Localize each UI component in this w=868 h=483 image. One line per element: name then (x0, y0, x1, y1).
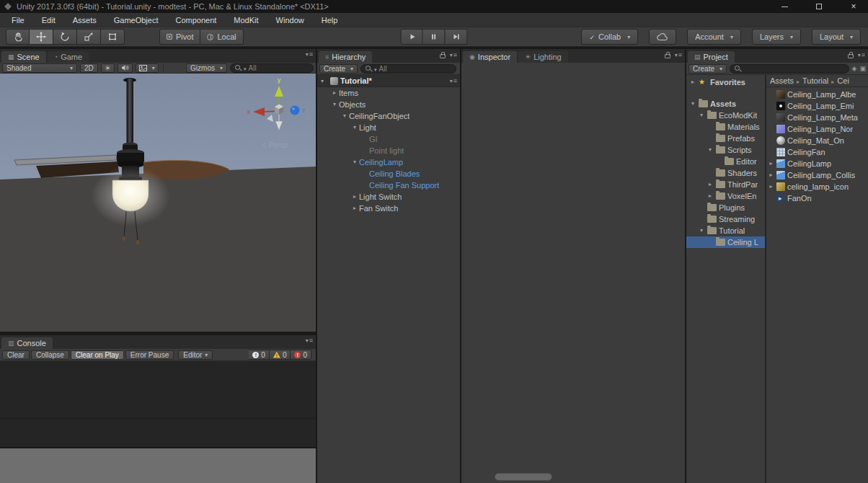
create-dropdown[interactable]: Create (688, 64, 727, 74)
tab[interactable]: Project (688, 51, 735, 63)
panel-menu-icon[interactable] (675, 52, 682, 58)
pause-button[interactable] (423, 29, 446, 45)
collab-button[interactable]: Collab (581, 29, 638, 45)
close-button[interactable] (849, 2, 858, 11)
panel-menu-icon[interactable] (858, 52, 865, 58)
tab[interactable]: Game (48, 51, 89, 63)
foldout-icon[interactable] (340, 113, 349, 119)
scene-audio-toggle-button[interactable] (118, 63, 133, 73)
2d-toggle-button[interactable]: 2D (80, 63, 98, 73)
project-folder-row[interactable]: Tutorial (686, 225, 765, 236)
project-folder-row[interactable]: Materials (686, 121, 765, 133)
tab[interactable]: Inspector (463, 51, 517, 63)
project-file-row[interactable]: celing_lamp_icon (766, 181, 868, 192)
console-count-badge[interactable]: 0 (249, 350, 270, 360)
project-folder-row[interactable]: Scripts (686, 144, 765, 156)
tab[interactable]: Scene (1, 51, 46, 63)
project-folder-row[interactable]: Assets (686, 98, 765, 110)
account-button[interactable]: Account (687, 29, 741, 45)
project-file-row[interactable]: Ceiling_Mat_On (766, 135, 868, 146)
project-folder-row[interactable]: Shaders (686, 167, 765, 179)
menu-item[interactable]: ModKit (225, 13, 267, 27)
scene-effects-dropdown[interactable] (136, 63, 159, 73)
foldout-icon[interactable] (698, 112, 705, 118)
foldout-icon[interactable] (330, 90, 339, 96)
console-count-badge[interactable]: 0 (291, 350, 311, 360)
lock-icon[interactable] (665, 54, 670, 58)
scene-search-field[interactable]: All (230, 63, 314, 73)
panel-menu-icon[interactable] (306, 51, 313, 58)
foldout-icon[interactable] (350, 159, 359, 165)
hand-tool-button[interactable] (6, 29, 30, 45)
project-file-row[interactable]: Ceiling_Lamp_Albe (766, 89, 868, 100)
lock-icon[interactable] (848, 54, 854, 58)
gizmos-dropdown[interactable]: Gizmos (186, 63, 227, 73)
panel-menu-icon[interactable] (450, 52, 457, 58)
editor-log-dropdown[interactable]: Editor (178, 350, 213, 360)
foldout-icon[interactable] (330, 102, 339, 107)
foldout-icon[interactable] (707, 182, 714, 187)
foldout-icon[interactable] (350, 194, 359, 200)
layout-button[interactable]: Layout (812, 29, 861, 45)
tab[interactable]: Hierarchy (319, 51, 372, 63)
menu-item[interactable]: Help (313, 13, 347, 27)
local-toggle-button[interactable]: Local (200, 29, 243, 45)
hierarchy-search-field[interactable]: All (360, 64, 456, 74)
console-splitter[interactable] (0, 418, 316, 419)
project-folder-row[interactable]: Favorites (686, 76, 765, 88)
hierarchy-item[interactable]: GI (317, 133, 460, 145)
scene-lighting-toggle-button[interactable] (101, 63, 115, 73)
project-file-row[interactable]: Ceiling_Lamp_Meta (766, 112, 868, 123)
foldout-icon[interactable] (768, 172, 774, 178)
console-button[interactable]: Collapse (31, 350, 69, 360)
foldout-icon[interactable] (689, 101, 696, 107)
project-folder-row[interactable]: Plugins (686, 202, 765, 213)
hierarchy-item[interactable]: Point light (317, 145, 460, 156)
step-button[interactable] (446, 29, 468, 45)
console-count-badge[interactable]: 0 (270, 350, 291, 360)
move-tool-button[interactable] (30, 29, 53, 45)
project-file-row[interactable]: Ceiling_Lamp_Nor (766, 123, 868, 135)
menu-item[interactable]: Component (167, 13, 225, 27)
console-button[interactable]: Error Pause (125, 350, 174, 360)
tab[interactable]: Console (1, 337, 53, 349)
menu-item[interactable]: Assets (64, 13, 105, 27)
foldout-icon[interactable] (707, 147, 714, 153)
foldout-icon[interactable] (689, 79, 696, 85)
inspector-hscrollbar-thumb[interactable] (495, 473, 552, 481)
hierarchy-item[interactable]: Objects (317, 99, 460, 110)
project-folder-row[interactable]: EcoModKit (686, 110, 765, 121)
hierarchy-item[interactable]: Items (317, 87, 460, 99)
minimize-button[interactable] (780, 2, 789, 11)
menu-item[interactable]: Edit (33, 13, 64, 27)
project-folder-row[interactable]: VoxelEn (686, 190, 765, 202)
breadcrumb-item[interactable]: Assets (770, 76, 794, 85)
scene-header-row[interactable]: Tutorial* (317, 75, 460, 87)
scale-tool-button[interactable] (77, 29, 101, 45)
project-file-row[interactable]: FanOn (766, 192, 868, 204)
foldout-icon[interactable] (321, 78, 328, 84)
maximize-button[interactable] (815, 2, 823, 11)
breadcrumb-item[interactable]: Cei (828, 76, 849, 85)
project-folder-row[interactable]: Editor (686, 156, 765, 167)
menu-item[interactable]: GameObject (105, 13, 167, 27)
menu-item[interactable]: File (3, 13, 33, 27)
project-folder-row[interactable]: Prefabs (686, 133, 765, 144)
panel-menu-icon[interactable] (306, 337, 313, 344)
menu-item[interactable]: Window (267, 13, 313, 27)
console-button[interactable]: Clear (2, 350, 30, 360)
hierarchy-item[interactable]: CeilingFanObject (317, 110, 460, 122)
project-file-row[interactable]: CeilingFan (766, 146, 868, 158)
pivot-toggle-button[interactable]: Pivot (159, 29, 200, 45)
hierarchy-item[interactable]: Light (317, 122, 460, 133)
tab[interactable]: Lighting (518, 51, 568, 63)
search-by-label-icon[interactable]: ▣ (859, 66, 866, 72)
foldout-icon[interactable] (350, 205, 359, 211)
foldout-icon[interactable] (768, 184, 774, 190)
hierarchy-item[interactable]: CeilingLamp (317, 156, 460, 168)
project-file-row[interactable]: CeilingLamp_Collis (766, 169, 868, 181)
project-folder-row[interactable]: Ceiling L (686, 236, 765, 248)
shading-mode-dropdown[interactable]: Shaded (2, 63, 77, 73)
scene-viewport[interactable]: y x z Persp (0, 74, 316, 332)
hierarchy-item[interactable]: Light Switch (317, 191, 460, 203)
